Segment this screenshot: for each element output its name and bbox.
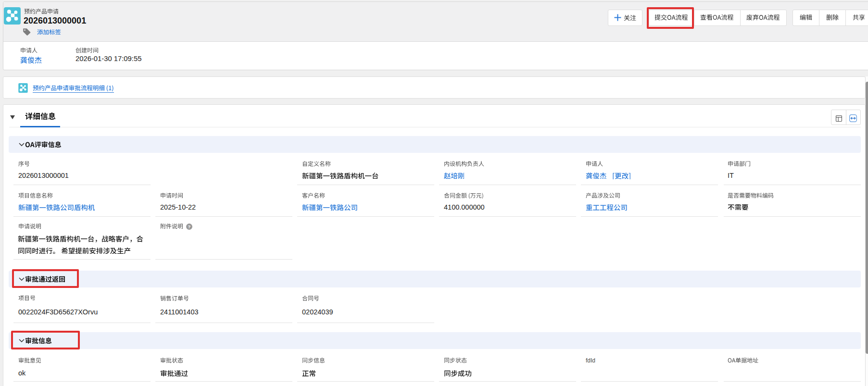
svg-text:?: ?: [188, 224, 191, 229]
